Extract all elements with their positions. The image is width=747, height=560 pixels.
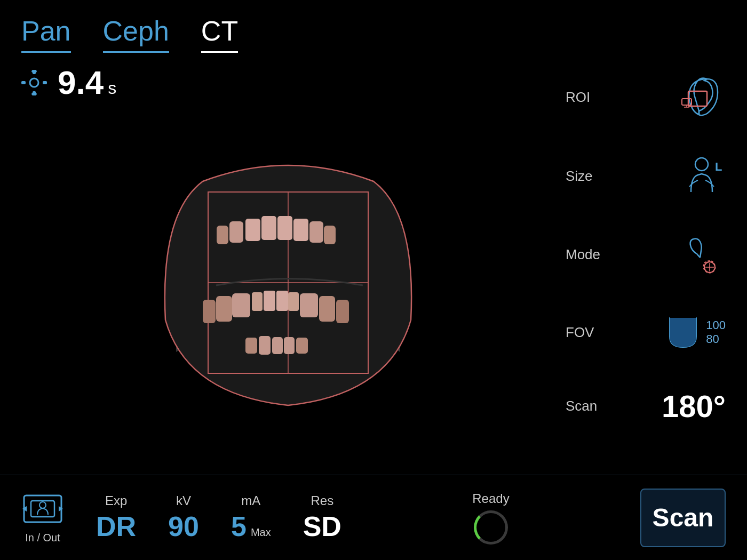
svg-rect-33 [259, 336, 271, 355]
exp-label: Exp [105, 493, 127, 508]
size-item[interactable]: Size L [566, 150, 726, 202]
svg-rect-34 [272, 337, 283, 354]
ready-circle-icon [474, 510, 508, 545]
tab-ct[interactable]: CT [201, 15, 238, 53]
fov-icon: 100 80 [664, 313, 726, 353]
ma-value: 5 [231, 510, 247, 542]
time-display: 9.4 s [58, 63, 116, 101]
res-label: Res [311, 493, 333, 508]
header: Pan Ceph CT [0, 0, 747, 53]
dental-area [21, 112, 555, 442]
svg-rect-15 [261, 216, 276, 240]
svg-rect-16 [277, 216, 292, 240]
exp-value: DR [96, 510, 136, 542]
svg-rect-32 [336, 300, 349, 323]
settings-row: 9.4 s [21, 63, 555, 101]
mode-icon [678, 234, 726, 276]
ma-stat: mA 5 Max [231, 493, 271, 542]
fov-item[interactable]: FOV 100 80 [566, 308, 726, 357]
ma-sub: Max [251, 526, 271, 539]
kv-label: kV [176, 493, 191, 508]
ready-section: Ready [472, 491, 509, 545]
in-out-label: In / Out [25, 532, 60, 544]
svg-text:L: L [715, 160, 722, 173]
dental-illustration [133, 128, 443, 427]
roi-item[interactable]: ROI [566, 72, 726, 123]
mode-item[interactable]: Mode [566, 229, 726, 281]
time-value: 9.4 [58, 63, 104, 101]
svg-rect-30 [300, 293, 318, 317]
svg-rect-18 [229, 221, 243, 243]
right-panel: ROI Size [555, 58, 726, 442]
scan-label: Scan [566, 398, 603, 414]
svg-rect-20 [293, 219, 308, 241]
svg-rect-5 [43, 81, 47, 84]
svg-rect-22 [324, 226, 336, 244]
svg-point-42 [695, 158, 708, 171]
scan-item[interactable]: Scan 180° [566, 384, 726, 428]
kv-value: 90 [168, 510, 199, 542]
svg-point-49 [39, 502, 46, 508]
scan-value: 180° [662, 388, 726, 424]
time-unit: s [108, 78, 116, 98]
svg-rect-36 [245, 338, 257, 354]
svg-rect-37 [296, 338, 308, 354]
svg-rect-29 [203, 300, 216, 323]
kv-stat: kV 90 [168, 493, 199, 542]
svg-rect-19 [217, 226, 228, 244]
svg-rect-23 [264, 291, 275, 311]
left-panel: 9.4 s [21, 63, 555, 442]
res-value: SD [303, 510, 341, 542]
tab-ceph[interactable]: Ceph [103, 15, 169, 53]
svg-rect-21 [309, 221, 323, 243]
scan-button[interactable]: Scan [640, 489, 726, 547]
svg-rect-25 [252, 292, 263, 311]
fov-values: 100 80 [706, 318, 726, 347]
scan-button-label: Scan [653, 503, 714, 532]
svg-rect-24 [276, 291, 288, 311]
fov-label: FOV [566, 324, 603, 341]
ma-label: mA [241, 493, 260, 508]
svg-rect-27 [232, 293, 250, 317]
in-out-button[interactable]: In / Out [21, 491, 64, 544]
gear-icon[interactable] [21, 70, 47, 95]
res-stat: Res SD [303, 493, 341, 542]
svg-rect-35 [284, 337, 295, 354]
svg-rect-31 [319, 296, 335, 322]
size-label: Size [566, 168, 603, 185]
svg-rect-28 [216, 296, 232, 322]
svg-rect-4 [21, 81, 26, 84]
ready-label: Ready [472, 491, 509, 506]
svg-point-1 [30, 78, 38, 87]
tab-pan[interactable]: Pan [21, 15, 71, 53]
bottom-bar: In / Out Exp DR kV 90 mA 5 Max Res SD Re… [0, 475, 747, 560]
svg-rect-17 [245, 219, 260, 241]
mode-label: Mode [566, 246, 603, 263]
size-icon: L [678, 155, 726, 197]
exp-stat: Exp DR [96, 493, 136, 542]
roi-icon [678, 76, 726, 119]
svg-rect-26 [288, 292, 299, 311]
fov-height: 80 [706, 332, 719, 346]
roi-label: ROI [566, 89, 603, 106]
fov-width: 100 [706, 318, 726, 332]
main-content: 9.4 s [0, 53, 747, 453]
